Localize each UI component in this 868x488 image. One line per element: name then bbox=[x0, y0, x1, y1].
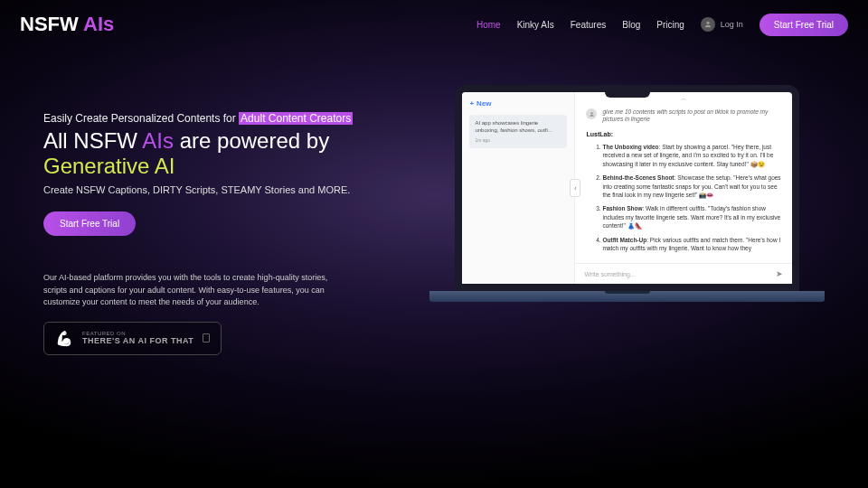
hero-headline: All NSFW AIs are powered by Generative A… bbox=[43, 128, 402, 179]
svg-point-0 bbox=[706, 22, 709, 24]
list-item: Behind-the-Scenes Shoot: Showcase the se… bbox=[602, 174, 781, 199]
flex-arm-icon: 💪 bbox=[55, 330, 73, 347]
laptop-screen: + New AI app showcases lingerie unboxing… bbox=[455, 85, 799, 291]
new-label: New bbox=[476, 99, 491, 108]
app-main: ‹ ︿ give me 10 contents with scripts to … bbox=[575, 92, 792, 284]
laptop-mockup: + New AI app showcases lingerie unboxing… bbox=[429, 85, 825, 302]
chat-scroll: give me 10 contents with scripts to post… bbox=[575, 105, 792, 263]
hero-section: Easily Create Personalized Contents for … bbox=[0, 49, 868, 355]
hero-visual: + New AI app showcases lingerie unboxing… bbox=[429, 85, 825, 355]
send-icon[interactable]: ➤ bbox=[776, 269, 783, 278]
new-thread-button[interactable]: + New bbox=[469, 99, 567, 108]
header: NSFW AIs Home Kinky AIs Features Blog Pr… bbox=[0, 0, 868, 49]
user-message-text: give me 10 contents with scripts to post… bbox=[602, 108, 781, 124]
logo-text-2: AIs bbox=[83, 13, 114, 35]
composer: Write something... ➤ bbox=[575, 263, 792, 284]
badge-line2: THERE'S AN AI FOR THAT bbox=[82, 336, 193, 345]
bot-name: LustLab: bbox=[586, 131, 781, 137]
thread-title: AI app showcases lingerie unboxing, fash… bbox=[475, 120, 561, 135]
svg-point-1 bbox=[590, 112, 592, 114]
nav-pricing[interactable]: Pricing bbox=[656, 20, 684, 30]
login-label: Log In bbox=[721, 20, 743, 29]
hero-cta-button[interactable]: Start Free Trial bbox=[43, 211, 136, 236]
thread-item[interactable]: AI app showcases lingerie unboxing, fash… bbox=[469, 115, 567, 148]
logo-text-1: NSFW bbox=[20, 13, 83, 35]
laptop-notch bbox=[605, 92, 650, 98]
list-item: The Unboxing video: Start by showing a p… bbox=[602, 143, 781, 168]
header-cta-button[interactable]: Start Free Trial bbox=[760, 14, 848, 36]
bookmark-icon bbox=[203, 333, 210, 343]
nav-kinky-ais[interactable]: Kinky AIs bbox=[517, 20, 554, 30]
collapse-sidebar-button[interactable]: ‹ bbox=[570, 179, 580, 197]
hero-description: Our AI-based platform provides you with … bbox=[43, 272, 351, 309]
hero-sub: Create NSFW Captions, DIRTY Scripts, STE… bbox=[43, 184, 402, 195]
user-icon bbox=[701, 17, 715, 32]
nav-features[interactable]: Features bbox=[571, 20, 606, 30]
main-nav: Home Kinky AIs Features Blog Pricing Log… bbox=[476, 14, 848, 36]
hero-pre-line: Easily Create Personalized Contents for … bbox=[43, 112, 402, 125]
bot-response-list: The Unboxing video: Start by showing a p… bbox=[586, 143, 781, 253]
featured-badge[interactable]: 💪 FEATURED ON THERE'S AN AI FOR THAT bbox=[43, 322, 222, 355]
nav-home[interactable]: Home bbox=[476, 20, 501, 30]
plus-icon: + bbox=[469, 99, 474, 108]
composer-input[interactable]: Write something... bbox=[584, 271, 769, 277]
login-link[interactable]: Log In bbox=[701, 17, 743, 32]
highlighted-audience: Adult Content Creators bbox=[239, 112, 353, 125]
laptop-base bbox=[429, 291, 825, 302]
user-message: give me 10 contents with scripts to post… bbox=[586, 108, 781, 124]
app-sidebar: + New AI app showcases lingerie unboxing… bbox=[462, 92, 575, 284]
thread-time: 1m ago bbox=[475, 137, 561, 144]
hero-copy: Easily Create Personalized Contents for … bbox=[43, 85, 402, 355]
user-avatar-icon bbox=[586, 108, 597, 119]
nav-blog[interactable]: Blog bbox=[622, 20, 640, 30]
list-item: Outfit Match-Up: Pick various outfits an… bbox=[602, 236, 781, 253]
chat-app: + New AI app showcases lingerie unboxing… bbox=[462, 92, 792, 284]
list-item: Fashion Show: Walk in different outfits.… bbox=[602, 204, 781, 230]
logo[interactable]: NSFW AIs bbox=[20, 13, 114, 36]
